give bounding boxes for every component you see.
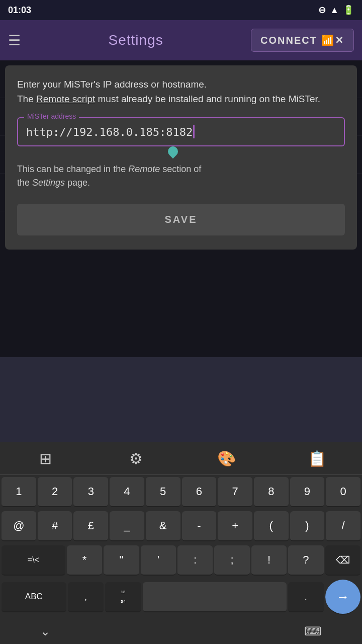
keyboard-bottom-nav: ⌄ ⌨	[0, 619, 362, 644]
key-6[interactable]: 6	[182, 477, 217, 507]
key-period[interactable]: .	[288, 582, 324, 612]
dialog-note: This can be changed in the Remote sectio…	[17, 163, 345, 190]
save-button[interactable]: SAVE	[17, 204, 345, 235]
key-abc[interactable]: ABC	[2, 582, 66, 612]
symbol-row-1: @ # £ _ & - + ( ) /	[0, 509, 362, 543]
hamburger-menu-icon[interactable]: ☰	[8, 32, 21, 49]
input-text: http://192.168.0.185:8182	[26, 126, 193, 138]
keyboard-toolbar: ⊞ ⚙ 🎨 📋	[0, 442, 362, 475]
action-key[interactable]: →	[325, 580, 360, 615]
key-0[interactable]: 0	[326, 477, 360, 507]
connect-button[interactable]: CONNECT 📶✕	[251, 29, 354, 52]
key-pound[interactable]: £	[73, 511, 108, 541]
text-cursor	[193, 125, 195, 138]
keyboard-hide-button[interactable]: ⌄	[40, 624, 50, 638]
number-row: 1 2 3 4 5 6 7 8 9 0	[0, 475, 362, 509]
app-bar: ☰ Settings CONNECT 📶✕	[0, 20, 362, 60]
remote-script-link[interactable]: Remote script	[36, 94, 95, 104]
connect-label: CONNECT	[260, 35, 317, 46]
battery-icon: 🔋	[343, 5, 354, 16]
key-underscore[interactable]: _	[110, 511, 144, 541]
keyboard-switch-button[interactable]: ⌨	[304, 624, 322, 638]
key-semicolon[interactable]: ;	[214, 545, 249, 576]
backspace-key[interactable]: ⌫	[325, 545, 360, 576]
dialog-message: Enter your MiSTer's IP address or hostna…	[17, 77, 345, 106]
content-area: 🖥 › 🖼 › 🎛 › 🔊 Audio › Enter your MiSTer'…	[0, 60, 362, 357]
key-3[interactable]: 3	[73, 477, 108, 507]
key-5[interactable]: 5	[146, 477, 180, 507]
key-2[interactable]: 2	[38, 477, 72, 507]
mister-address-dialog: Enter your MiSTer's IP address or hostna…	[5, 65, 357, 250]
key-asterisk[interactable]: *	[67, 545, 102, 576]
key-minus[interactable]: -	[182, 511, 217, 541]
status-bar: 01:03 ⊖ ▲ 🔋	[0, 0, 362, 20]
keyboard: ⊞ ⚙ 🎨 📋 1 2 3 4 5 6 7 8 9 0 @ # £ _ & - …	[0, 442, 362, 644]
key-9[interactable]: 9	[290, 477, 325, 507]
space-key[interactable]	[143, 582, 287, 612]
block-icon: ⊖	[318, 5, 326, 16]
cursor-handle	[166, 144, 180, 158]
key-exclaim[interactable]: !	[251, 545, 287, 576]
time-display: 01:03	[8, 5, 31, 16]
key-7[interactable]: 7	[218, 477, 252, 507]
bottom-row: ABC , ¹²₃₄ . →	[0, 578, 362, 619]
key-slash[interactable]: /	[326, 511, 360, 541]
key-special-chars[interactable]: =\<	[2, 545, 65, 576]
key-ampersand[interactable]: &	[146, 511, 180, 541]
key-num[interactable]: ¹²₃₄	[105, 582, 141, 612]
input-value-display: http://192.168.0.185:8182	[26, 125, 336, 138]
clipboard-toolbar-button[interactable]: 📋	[297, 446, 337, 471]
page-title: Settings	[108, 32, 163, 48]
key-rparen[interactable]: )	[290, 511, 325, 541]
key-at[interactable]: @	[2, 511, 36, 541]
key-comma[interactable]: ,	[68, 582, 104, 612]
key-hash[interactable]: #	[38, 511, 72, 541]
settings-toolbar-button[interactable]: ⚙	[116, 446, 156, 471]
status-icons: ⊖ ▲ 🔋	[318, 5, 354, 16]
key-4[interactable]: 4	[110, 477, 144, 507]
key-question[interactable]: ?	[288, 545, 323, 576]
key-1[interactable]: 1	[2, 477, 36, 507]
key-double-quote[interactable]: "	[104, 545, 139, 576]
wifi-connect-icon: 📶✕	[321, 34, 344, 46]
wifi-icon: ▲	[330, 5, 339, 16]
apps-toolbar-button[interactable]: ⊞	[25, 446, 65, 471]
key-8[interactable]: 8	[254, 477, 289, 507]
key-single-quote[interactable]: '	[141, 545, 176, 576]
key-plus[interactable]: +	[218, 511, 252, 541]
input-label: MiSTer address	[24, 112, 79, 120]
key-lparen[interactable]: (	[254, 511, 289, 541]
key-colon[interactable]: :	[177, 545, 213, 576]
mister-address-input-container[interactable]: MiSTer address http://192.168.0.185:8182	[17, 117, 345, 146]
symbol-row-2: =\< * " ' : ; ! ? ⌫	[0, 543, 362, 578]
palette-toolbar-button[interactable]: 🎨	[206, 446, 246, 471]
